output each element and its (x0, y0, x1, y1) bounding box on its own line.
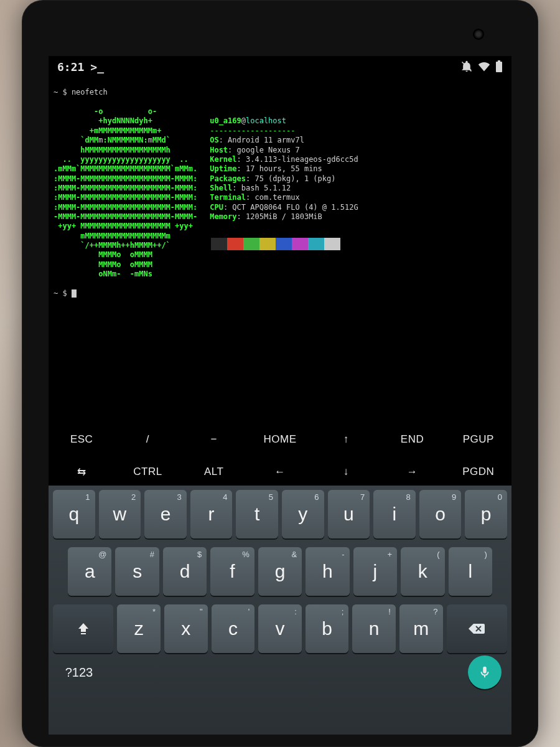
info-row-terminal: Terminal: com.termux (210, 193, 358, 202)
key-z[interactable]: *z (117, 604, 161, 653)
android-ascii-logo: -o o- +hydNNNNdyh+ +mMMMMMMMMMMMMm+ `dMM… (54, 107, 197, 279)
key-d[interactable]: $d (163, 547, 207, 596)
key-i[interactable]: 8i (373, 490, 416, 538)
key-b[interactable]: ;b (306, 604, 349, 653)
termux-extra-keys: ESC/−HOME↑ENDPGUP ⇆CTRLALT←↓→PGDN (49, 423, 511, 488)
key-u[interactable]: 7u (328, 490, 370, 538)
extra-key-ctrl[interactable]: CTRL (114, 456, 180, 488)
palette-swatch (259, 238, 276, 250)
key-t[interactable]: 5t (236, 490, 278, 538)
screen: 6:21 >_ ~ $ neofetch -o o- +hydNNNNdyh+ … (49, 56, 511, 735)
key-a[interactable]: @a (68, 547, 111, 596)
info-row-os: OS: Android 11 armv7l (210, 136, 358, 145)
info-row-memory: Memory: 1205MiB / 1803MiB (210, 212, 358, 222)
svg-rect-1 (496, 62, 502, 72)
key-m[interactable]: ?m (399, 604, 443, 653)
palette-swatch (211, 238, 227, 250)
extra-key-sym[interactable]: → (379, 456, 445, 488)
key-e[interactable]: 3e (144, 490, 187, 538)
svg-rect-3 (81, 633, 86, 634)
key-w[interactable]: 2w (99, 490, 141, 538)
key-j[interactable]: +j (353, 547, 397, 596)
terminal-output[interactable]: ~ $ neofetch -o o- +hydNNNNdyh+ +mMMMMMM… (49, 77, 511, 313)
dnd-icon (460, 60, 473, 73)
key-o[interactable]: 9o (419, 490, 462, 538)
key-l[interactable]: )l (449, 547, 492, 596)
extra-key-sym[interactable]: ↑ (313, 423, 379, 456)
extra-key-alt[interactable]: ALT (181, 456, 247, 488)
info-row-uptime: Uptime: 17 hours, 55 mins (210, 164, 358, 174)
info-row-kernel: Kernel: 3.4.113-lineageos-gd6cc5d (210, 155, 358, 164)
extra-key-sym[interactable]: ← (247, 456, 313, 488)
info-row-cpu: CPU: QCT APQ8064 FLO (4) @ 1.512G (210, 203, 358, 212)
info-host: localhost (246, 116, 286, 125)
tablet-frame: 6:21 >_ ~ $ neofetch -o o- +hydNNNNdyh+ … (22, 0, 538, 747)
key-voice-input[interactable] (468, 655, 502, 689)
svg-rect-2 (498, 60, 500, 62)
key-c[interactable]: 'c (212, 604, 255, 653)
battery-icon (495, 60, 503, 73)
key-s[interactable]: #s (115, 547, 159, 596)
extra-key-sym[interactable]: − (181, 423, 247, 456)
key-k[interactable]: (k (401, 547, 444, 596)
info-row-shell: Shell: bash 5.1.12 (210, 184, 358, 193)
key-p[interactable]: 0p (465, 490, 507, 538)
key-q[interactable]: 1q (53, 490, 95, 538)
palette-swatch (292, 238, 308, 250)
prompt-line-1: ~ $ neofetch (54, 88, 108, 96)
extra-key-esc[interactable]: ESC (49, 423, 114, 456)
soft-keyboard: 1q2w3e4r5t6y7u8i9o0p @a#s$d%f&g-h+j(k)l … (49, 486, 511, 735)
key-v[interactable]: :v (258, 604, 302, 653)
key-h[interactable]: -h (306, 547, 349, 596)
wifi-icon (478, 60, 490, 73)
tablet-camera (473, 29, 484, 40)
palette-swatch (276, 238, 292, 250)
key-x[interactable]: "x (164, 604, 208, 653)
extra-key-home[interactable]: HOME (247, 423, 313, 456)
info-user: u0_a169 (210, 116, 241, 125)
key-backspace[interactable] (447, 604, 507, 653)
info-row-packages: Packages: 75 (dpkg), 1 (pkg) (210, 174, 358, 184)
palette-swatch (227, 238, 243, 250)
extra-key-sym[interactable]: ⇆ (49, 456, 114, 488)
key-f[interactable]: %f (210, 547, 254, 596)
key-g[interactable]: &g (258, 547, 302, 596)
termux-icon: >_ (90, 60, 104, 73)
info-row-host: Host: google Nexus 7 (210, 146, 358, 155)
palette-swatch (324, 238, 340, 250)
terminal-cursor (72, 289, 77, 298)
palette-swatch (243, 238, 259, 250)
extra-key-pgdn[interactable]: PGDN (446, 456, 511, 488)
extra-key-pgup[interactable]: PGUP (446, 423, 511, 456)
key-shift[interactable] (53, 604, 113, 653)
android-status-bar: 6:21 >_ (49, 56, 511, 77)
key-n[interactable]: !n (352, 604, 396, 653)
status-time: 6:21 (57, 60, 84, 73)
info-divider: ------------------- (210, 126, 295, 135)
extra-key-end[interactable]: END (379, 423, 445, 456)
key-symbols[interactable]: ?123 (53, 665, 105, 680)
extra-key-sym[interactable]: ↓ (313, 456, 379, 488)
prompt-line-2: ~ $ (54, 289, 72, 298)
color-palette (211, 238, 358, 250)
key-y[interactable]: 6y (282, 490, 324, 538)
extra-key-sym[interactable]: / (114, 423, 180, 456)
key-r[interactable]: 4r (190, 490, 233, 538)
palette-swatch (308, 238, 324, 250)
neofetch-info: u0_a169@localhost ------------------- OS… (210, 107, 358, 279)
